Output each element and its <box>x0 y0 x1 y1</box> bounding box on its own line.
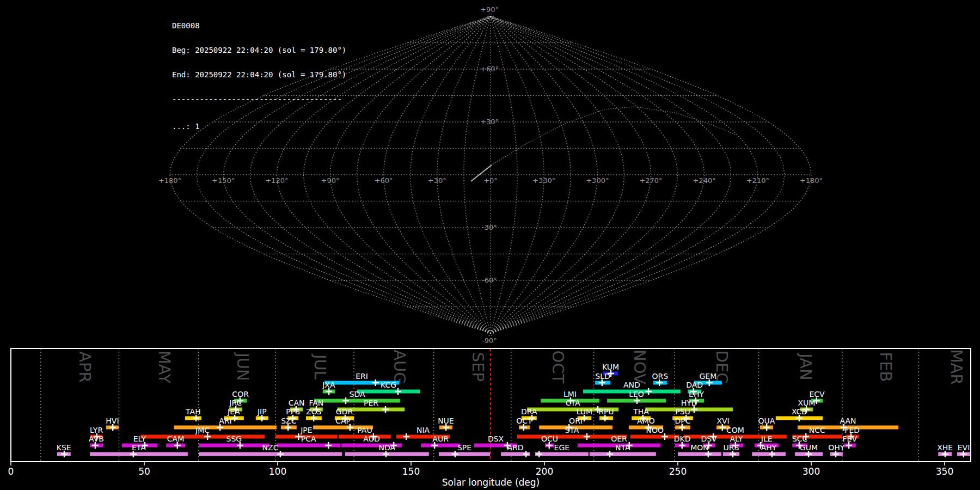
shower-label-ORS: ORS <box>652 372 669 381</box>
shower-label-AUD: AUD <box>363 434 380 443</box>
shower-label-CAM: CAM <box>167 434 184 443</box>
shower-label-PER: PER <box>364 399 378 407</box>
shower-label-DSV: DSV <box>701 434 717 443</box>
shower-label-ARD: ARD <box>507 443 524 452</box>
shower-label-ETA: ETA <box>132 443 146 452</box>
axis-tick-label: 300 <box>803 466 820 477</box>
shower-bar-NTA <box>590 452 656 456</box>
latitude-label: -60° <box>482 276 497 284</box>
month-label: JUN <box>234 352 252 381</box>
shower-label-JPE: JPE <box>300 426 312 434</box>
month-label: JAN <box>797 352 815 381</box>
shower-label-ZCS: ZCS <box>306 407 321 416</box>
latitude-label: +60° <box>480 65 499 73</box>
month-label: JUL <box>311 353 329 379</box>
shower-label-JIP: JIP <box>257 407 267 416</box>
map-id-label: DE0008 <box>172 22 346 30</box>
shower-label-FAN: FAN <box>309 399 323 407</box>
shower-bar-SPE <box>439 452 490 456</box>
longitude-label: +330° <box>532 176 555 185</box>
shower-label-COR: COR <box>232 390 249 399</box>
shower-label-AHY: AHY <box>761 443 777 452</box>
shower-label-CAP: CAP <box>335 416 351 425</box>
shower-label-DRA: DRA <box>521 407 537 416</box>
shower-peak-marker-ERI <box>372 379 379 386</box>
shower-label-PPS: PPS <box>286 407 300 416</box>
shower-label-SZC: SZC <box>281 416 296 425</box>
shower-bar-NOO <box>630 435 679 439</box>
shower-label-XUM: XUM <box>798 399 815 407</box>
longitude-label: +30° <box>428 176 446 185</box>
shower-label-ALY: ALY <box>730 434 744 443</box>
shower-label-ERI: ERI <box>356 372 368 381</box>
shower-bar-SDA <box>314 399 400 403</box>
shower-label-KCG: KCG <box>381 381 396 389</box>
shower-label-OER: OER <box>611 434 627 443</box>
longitude-label: +120° <box>265 176 288 185</box>
shower-label-PCA: PCA <box>301 434 316 443</box>
shower-label-CTA: CTA <box>566 399 580 407</box>
shower-peak-marker-NTA <box>607 451 613 457</box>
shower-label-JXA: JXA <box>322 381 335 389</box>
longitude-label: +210° <box>746 176 769 185</box>
shower-label-DAD: DAD <box>686 381 703 389</box>
shower-label-EHY: EHY <box>689 390 704 399</box>
shower-label-KSE: KSE <box>57 443 71 452</box>
shower-label-RPU: RPU <box>598 407 614 416</box>
shower-label-EVI: EVI <box>958 443 970 452</box>
month-label: APR <box>76 351 94 382</box>
shower-label-NTA: NTA <box>615 443 630 452</box>
longitude-label: +60° <box>375 176 393 185</box>
info-panel: DE0008 Beg: 20250922 22:04:20 (sol = 179… <box>172 5 346 147</box>
shower-label-THA: THA <box>633 407 649 416</box>
activity-timeline: APRMAYJUNJULAUGSEPOCTNOVDECJANFEBMARKUME… <box>8 348 971 488</box>
shower-bar-MON <box>678 452 721 456</box>
shower-bar-KCG <box>357 390 420 394</box>
shower-label-ARI: ARI <box>219 416 231 425</box>
axis-tick-label: 50 <box>138 466 150 477</box>
shower-label-OCT: OCT <box>516 416 532 425</box>
shower-label-SCC: SCC <box>792 434 808 443</box>
shower-label-OHY: OHY <box>828 443 845 452</box>
latitude-label: +30° <box>480 118 499 126</box>
shower-label-JLE: JLE <box>761 434 773 443</box>
shower-label-JMC: JMC <box>195 426 210 434</box>
longitude-label: +270° <box>639 176 662 185</box>
month-label: AUG <box>390 350 409 384</box>
shower-label-SLD: SLD <box>595 372 610 381</box>
shower-label-SSG: SSG <box>226 434 242 443</box>
shower-label-AND: AND <box>623 381 640 389</box>
shower-peak-marker-PCA <box>325 442 332 449</box>
latitude-label: +90° <box>480 5 499 14</box>
longitude-label: +180° <box>158 176 181 185</box>
shower-label-PAU: PAU <box>357 426 372 434</box>
shower-peak-marker-NIA <box>403 433 409 440</box>
shower-label-LUM: LUM <box>577 407 592 416</box>
shower-label-FEV: FEV <box>843 434 857 443</box>
shower-bar-ETA <box>90 452 188 456</box>
shower-bar-JMC <box>140 435 265 439</box>
shower-label-TAH: TAH <box>185 407 201 416</box>
shower-label-COM: COM <box>726 426 744 434</box>
shower-bar-EGE <box>535 452 589 456</box>
shower-peak-marker-SDA <box>342 397 349 404</box>
shower-label-GDR: GDR <box>336 407 353 416</box>
shower-label-NUE: NUE <box>438 416 454 425</box>
shower-label-QUA: QUA <box>758 416 775 425</box>
shower-peak-marker-PER <box>382 406 389 413</box>
shower-bar-AUR <box>421 444 460 448</box>
longitude-label: +240° <box>693 176 716 185</box>
shower-label-NOO: NOO <box>646 426 664 434</box>
shower-label-NDA: NDA <box>379 443 396 452</box>
shower-label-CAN: CAN <box>289 399 305 407</box>
longitude-label: +90° <box>321 176 340 185</box>
separator-line: ------------------------------------- <box>172 95 346 103</box>
shower-label-JEA: JEA <box>227 407 240 416</box>
shower-peak-marker-AND <box>645 388 652 395</box>
latitude-label: -30° <box>482 223 497 231</box>
month-label: NOV <box>630 350 649 384</box>
axis-tick-label: 350 <box>936 466 953 477</box>
longitude-label: +0° <box>483 176 498 185</box>
shower-bar-ARI <box>174 426 277 430</box>
plot-canvas: +180°+150°+120°+90°+60°+30°+0°+330°+300°… <box>0 0 980 490</box>
